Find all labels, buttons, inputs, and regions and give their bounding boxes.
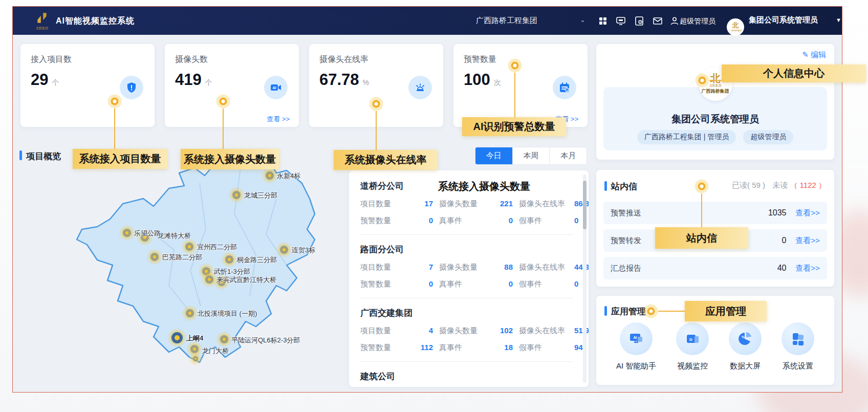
map-marker[interactable] — [232, 191, 241, 199]
scrollbar-thumb[interactable] — [583, 181, 587, 229]
app-label: AI 智能助手 — [616, 361, 656, 371]
app-label: 数据大屏 — [730, 361, 761, 371]
company-stats-row: 项目数量 17 摄像头数量 221 摄像头在线率 86.88% — [360, 199, 573, 209]
message-count: 0 — [782, 236, 787, 245]
map-marker[interactable] — [202, 267, 210, 275]
map-marker[interactable] — [266, 171, 274, 180]
map-marker-label: 龙滩特大桥 — [158, 231, 191, 241]
map-marker[interactable] — [185, 243, 193, 251]
tab-this-month[interactable]: 本月 — [549, 147, 587, 164]
role-label[interactable]: 超级管理员 — [680, 17, 715, 26]
field-label: 摄像头在线率 — [519, 326, 568, 336]
section-bar — [604, 181, 607, 191]
callout-line — [701, 193, 702, 227]
mail-icon[interactable] — [653, 16, 663, 26]
user-icon[interactable] — [669, 16, 680, 26]
message-label: 预警推送 — [611, 208, 768, 218]
map-marker[interactable] — [280, 246, 288, 254]
callout-messages: 站内信 — [655, 227, 748, 249]
stat-value: 419个 — [175, 71, 212, 89]
page: 北投集团 AI智能视频监控系统 广西路桥工程集团 ⌄ 超级管理员 北 广西路桥集… — [0, 0, 868, 412]
map-marker[interactable] — [123, 229, 131, 237]
app-data-screen[interactable]: % 数据大屏 — [729, 322, 762, 371]
field-value: 7 — [407, 263, 433, 272]
tab-today[interactable]: 今日 — [475, 147, 512, 164]
unread-count: （ 1122 ） — [790, 181, 826, 189]
caret-down-icon[interactable]: ▼ — [836, 17, 841, 23]
field-value: 112 — [407, 343, 433, 353]
current-user[interactable]: 集团公司系统管理员 — [749, 15, 818, 25]
callout-ring — [220, 98, 227, 105]
apps-row: AI AI 智能助手 D 视频监控 % 数据大屏 系统设置 — [596, 322, 834, 371]
field-value: 102 — [490, 326, 513, 336]
app-video-monitor[interactable]: D 视频监控 — [676, 322, 709, 371]
map-marker[interactable] — [225, 255, 233, 264]
svg-text:D: D — [689, 337, 692, 342]
field-value: 4 — [407, 326, 433, 336]
unread-label: 未读 — [772, 181, 788, 189]
logo-caption: 北投集团 — [33, 27, 51, 30]
system-settings-icon — [782, 322, 814, 355]
section-bar — [604, 306, 607, 316]
company-block: 建筑公司 项目数量 1 摄像头数量 8 摄像头在线率 — [360, 371, 573, 387]
scrollbar-track[interactable] — [583, 175, 587, 383]
apps-title: 应用管理 — [611, 306, 646, 317]
field-label: 项目数量 — [360, 199, 401, 209]
profile-tag: 超级管理员 — [743, 130, 793, 144]
time-range-tabs: 今日 本周 本月 — [475, 147, 587, 165]
company-name: 广西交建集团 — [360, 307, 573, 319]
monitor-icon[interactable] — [616, 16, 626, 26]
callout-ring — [511, 62, 519, 70]
map-marker[interactable] — [186, 309, 194, 317]
field-value: 0 — [407, 216, 433, 226]
org-selector[interactable]: 广西路桥工程集团 — [476, 16, 563, 26]
stat-title: 摄像头数 — [175, 54, 208, 65]
data-screen-icon: % — [729, 322, 762, 355]
field-label: 假事件 — [519, 216, 568, 226]
map-marker[interactable] — [205, 275, 213, 284]
app-logo: 北投集团 — [33, 11, 51, 31]
stat-unit: 个 — [52, 78, 59, 86]
field-label: 摄像头在线率 — [519, 199, 568, 209]
map-marker[interactable] — [220, 335, 228, 343]
svg-text:%: % — [742, 335, 745, 339]
shield-alert-icon — [120, 76, 143, 99]
app-label: 系统设置 — [783, 361, 813, 371]
app-system-settings[interactable]: 系统设置 — [782, 322, 814, 371]
map-marker-label: 龙城三分部 — [244, 191, 277, 200]
stat-unit: % — [363, 78, 369, 86]
company-stats-row: 预警数量 0 真事件 0 假事件 0 — [360, 279, 573, 289]
app-label: 视频监控 — [677, 361, 708, 371]
callout-alert-total: AI识别预警总数量 — [462, 117, 566, 136]
grid-menu-icon[interactable] — [598, 16, 608, 26]
view-link[interactable]: 查看>> — [795, 208, 820, 218]
chevron-down-icon[interactable]: ⌄ — [580, 16, 585, 24]
map-marker-label: 来宾武宣黔江特大桥 — [216, 275, 276, 285]
callout-ring — [647, 308, 655, 315]
calendar-alert-icon: i — [553, 76, 576, 99]
message-row[interactable]: 汇总报告 40 查看>> — [603, 257, 827, 279]
view-link[interactable]: 查看>> — [795, 264, 820, 273]
map-marker-label: 上峒4 — [186, 334, 203, 343]
field-label: 摄像头数量 — [439, 326, 484, 336]
field-value: 94 — [574, 343, 583, 353]
view-link[interactable]: 查看>> — [795, 236, 820, 246]
tab-this-week[interactable]: 本周 — [512, 147, 550, 164]
messages-title: 站内信 — [611, 181, 637, 192]
map-marker[interactable] — [150, 253, 159, 261]
message-label: 汇总报告 — [611, 264, 777, 273]
edit-button[interactable]: ✎ 编辑 — [802, 50, 826, 60]
company-name: 建筑公司 — [360, 371, 573, 382]
view-link[interactable]: 查看 >> — [267, 115, 290, 124]
message-row[interactable]: 预警推送 1035 查看>> — [603, 202, 827, 224]
profile-card: ✎ 编辑 北 北投集团 广西路桥集团 集团公司系统管理员 广西路桥工程集团 | … — [596, 44, 834, 160]
map-marker[interactable] — [190, 345, 199, 353]
app-ai-assistant[interactable]: AI AI 智能助手 — [616, 322, 656, 371]
divider — [360, 361, 573, 362]
avatar[interactable]: 北 广西路桥集团 — [727, 18, 744, 36]
device-settings-icon[interactable] — [634, 16, 644, 26]
map-marker[interactable] — [193, 356, 198, 361]
field-label: 预警数量 — [360, 279, 401, 289]
map-marker-selected[interactable] — [171, 332, 183, 343]
callout-line — [223, 109, 224, 149]
